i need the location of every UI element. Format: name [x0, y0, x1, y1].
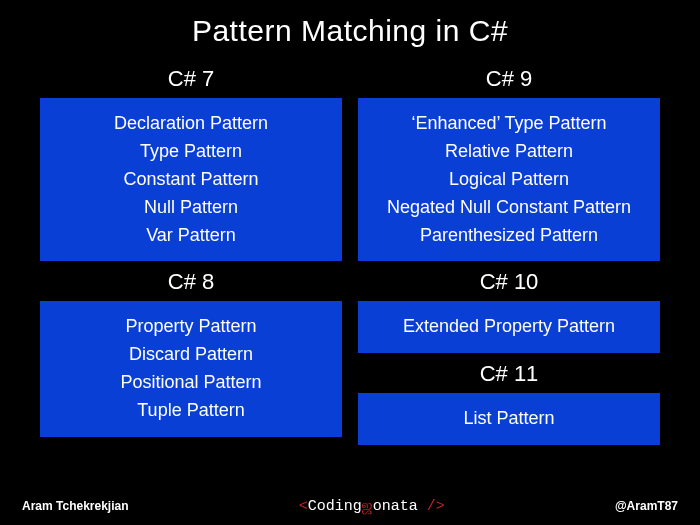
page-title: Pattern Matching in C# [0, 0, 700, 58]
pattern-item: Negated Null Constant Pattern [366, 194, 652, 222]
pattern-box-cs8: Property Pattern Discard Pattern Positio… [40, 301, 342, 437]
section-title-cs7: C# 7 [40, 58, 342, 98]
pattern-box-cs7: Declaration Pattern Type Pattern Constan… [40, 98, 342, 261]
pattern-item: Type Pattern [48, 138, 334, 166]
pattern-item: Var Pattern [48, 222, 334, 250]
brand-name-a: Coding [308, 498, 362, 515]
pattern-box-cs10: Extended Property Pattern [358, 301, 660, 353]
pattern-item: Logical Pattern [366, 166, 652, 194]
brand-separator-icon: ஜ [362, 498, 373, 515]
footer-handle: @AramT87 [615, 499, 678, 513]
pattern-item: Declaration Pattern [48, 110, 334, 138]
footer-author: Aram Tchekrekjian [22, 499, 129, 513]
pattern-box-cs9: ‘Enhanced’ Type Pattern Relative Pattern… [358, 98, 660, 261]
pattern-item: Null Pattern [48, 194, 334, 222]
footer-brand: <Codingஜonata /> [299, 497, 445, 515]
pattern-item: Parenthesized Pattern [366, 222, 652, 250]
column-left: C# 7 Declaration Pattern Type Pattern Co… [40, 58, 342, 445]
pattern-item: ‘Enhanced’ Type Pattern [366, 110, 652, 138]
pattern-item: List Pattern [366, 405, 652, 433]
columns-container: C# 7 Declaration Pattern Type Pattern Co… [0, 58, 700, 445]
section-title-cs11: C# 11 [358, 353, 660, 393]
pattern-item: Positional Pattern [48, 369, 334, 397]
pattern-item: Discard Pattern [48, 341, 334, 369]
pattern-item: Tuple Pattern [48, 397, 334, 425]
brand-angle-open: < [299, 498, 308, 515]
brand-slash: / [418, 498, 436, 515]
pattern-box-cs11: List Pattern [358, 393, 660, 445]
brand-name-b: onata [373, 498, 418, 515]
pattern-item: Property Pattern [48, 313, 334, 341]
pattern-item: Relative Pattern [366, 138, 652, 166]
footer: Aram Tchekrekjian <Codingஜonata /> @Aram… [0, 497, 700, 515]
pattern-item: Extended Property Pattern [366, 313, 652, 341]
section-title-cs10: C# 10 [358, 261, 660, 301]
column-right: C# 9 ‘Enhanced’ Type Pattern Relative Pa… [358, 58, 660, 445]
section-title-cs9: C# 9 [358, 58, 660, 98]
section-title-cs8: C# 8 [40, 261, 342, 301]
pattern-item: Constant Pattern [48, 166, 334, 194]
brand-angle-close: > [436, 498, 445, 515]
